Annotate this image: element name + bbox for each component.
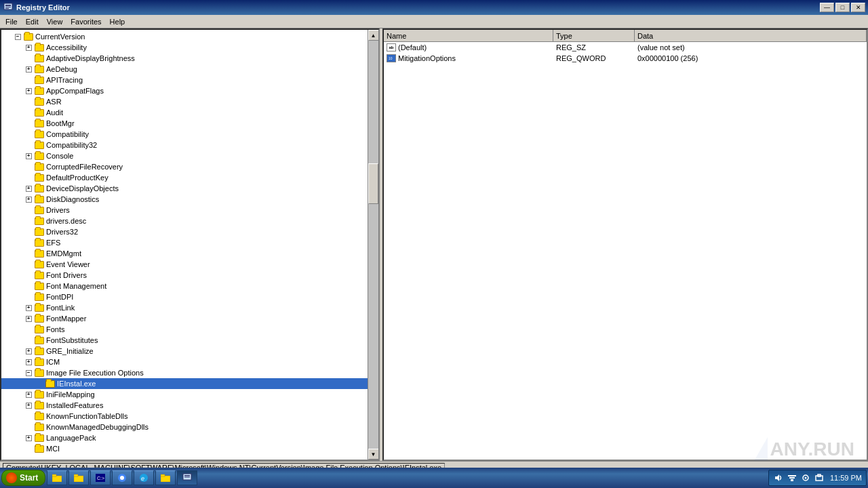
values-header: Name Type Data (384, 30, 867, 42)
menu-view[interactable]: View (43, 16, 67, 27)
tray-extra-icon[interactable] (814, 472, 825, 483)
tree-item[interactable]: KnownManagedDebuggingDlls (1, 422, 378, 432)
maximize-button[interactable]: □ (835, 3, 850, 12)
value-row[interactable]: ab(Default)REG_SZ(value not set) (384, 42, 867, 53)
scroll-thumb[interactable] (368, 163, 378, 204)
tray-network-icon[interactable] (787, 472, 797, 483)
tree-expander-icon[interactable]: + (23, 346, 34, 357)
scroll-track[interactable] (368, 41, 378, 449)
tree-expander-icon[interactable]: + (23, 183, 34, 194)
tree-item[interactable]: CorruptedFileRecovery (1, 161, 378, 172)
svg-rect-16 (161, 476, 170, 482)
tree-item[interactable]: IEInstal.exe (1, 378, 378, 389)
tray-speaker-icon[interactable] (800, 472, 811, 483)
tree-item[interactable]: −Image File Execution Options (1, 367, 378, 378)
tree-expander-icon[interactable]: + (23, 42, 34, 53)
tree-item[interactable]: drivers.desc (1, 216, 378, 226)
tree-item-currentversion[interactable]: − CurrentVersion (1, 31, 378, 42)
menu-favorites[interactable]: Favorites (66, 16, 105, 27)
close-button[interactable]: ✕ (851, 3, 865, 12)
taskbar-regedit[interactable] (177, 470, 197, 485)
folder-icon (34, 161, 45, 172)
tree-item[interactable]: +FontLink (1, 302, 378, 313)
svg-marker-21 (775, 474, 779, 481)
tree-item[interactable]: Fonts (1, 324, 378, 335)
taskbar-explorer4[interactable] (155, 470, 176, 485)
tree-item[interactable]: Drivers (1, 205, 378, 216)
tree-item[interactable]: +GRE_Initialize (1, 346, 378, 357)
tree-expander-icon[interactable]: + (23, 400, 34, 411)
tree-item[interactable]: ASR (1, 96, 378, 107)
tree-item[interactable]: +DeviceDisplayObjects (1, 183, 378, 194)
folder-icon (34, 389, 45, 400)
tree-expander-icon[interactable]: + (23, 302, 34, 313)
tree-item[interactable]: +InstalledFeatures (1, 400, 378, 411)
col-header-name[interactable]: Name (384, 30, 553, 41)
tray-volume-icon[interactable] (773, 472, 784, 483)
tree-expander-icon[interactable]: + (23, 85, 34, 96)
menu-edit[interactable]: Edit (22, 16, 43, 27)
tree-item[interactable]: Event Viewer (1, 259, 378, 270)
tree-item[interactable]: +Accessibility (1, 42, 378, 53)
tree-expander-icon[interactable]: + (23, 389, 34, 400)
folder-taskbar-icon (52, 472, 62, 483)
menu-help[interactable]: Help (106, 16, 130, 27)
folder-icon (34, 432, 45, 443)
tree-expander-icon[interactable]: − (23, 367, 34, 378)
tree-item[interactable]: Font Management (1, 281, 378, 291)
menu-file[interactable]: File (1, 16, 22, 27)
tree-item[interactable]: DefaultProductKey (1, 172, 378, 183)
tree-expander-icon[interactable]: + (23, 357, 34, 367)
tree-expander-icon[interactable]: + (23, 432, 34, 443)
taskbar-explorer2[interactable] (68, 470, 89, 485)
tree-expander-icon[interactable]: + (23, 313, 34, 324)
tree-item[interactable]: BootMgr (1, 118, 378, 129)
tree-item[interactable]: EMDMgmt (1, 248, 378, 259)
tree-item[interactable]: FontSubstitutes (1, 335, 378, 346)
tree-item[interactable]: +Console (1, 150, 378, 161)
tree-expander-icon[interactable]: + (23, 64, 34, 75)
tree-item[interactable]: MCI (1, 443, 378, 454)
col-header-type[interactable]: Type (553, 30, 635, 41)
tree-item[interactable]: +AeDebug (1, 64, 378, 75)
taskbar-chrome[interactable] (112, 470, 132, 485)
folder-icon (34, 194, 45, 205)
taskbar-explorer1[interactable] (47, 470, 67, 485)
tree-item-label: Compatibility (46, 130, 89, 138)
taskbar-ie[interactable]: e (134, 470, 154, 485)
menu-bar: File Edit View Favorites Help (0, 15, 868, 28)
tree-item-label: FontSubstitutes (46, 336, 98, 344)
tree-expander-icon[interactable]: + (23, 150, 34, 161)
scroll-down[interactable]: ▼ (368, 449, 379, 460)
value-row[interactable]: 10MitigationOptionsREG_QWORD0x00000100 (… (384, 53, 867, 64)
tree-item[interactable]: APITracing (1, 75, 378, 85)
scroll-up[interactable]: ▲ (368, 30, 379, 41)
tree-item[interactable]: +LanguagePack (1, 432, 378, 443)
tree-item-label: DiskDiagnostics (46, 195, 99, 203)
tree-item-label: ASR (46, 98, 62, 106)
tree-item[interactable]: Compatibility (1, 129, 378, 140)
tree-item[interactable]: Drivers32 (1, 226, 378, 237)
tree-item[interactable]: EFS (1, 237, 378, 248)
tree-item[interactable]: +IniFileMapping (1, 389, 378, 400)
taskbar-explorer3[interactable]: C:> (90, 470, 111, 485)
tree-item[interactable]: +DiskDiagnostics (1, 194, 378, 205)
tree-item[interactable]: Font Drivers (1, 270, 378, 281)
tree-scrollbar[interactable]: ▲ ▼ (368, 30, 378, 460)
tree-item-label: BootMgr (46, 119, 75, 127)
tree-item[interactable]: +ICM (1, 357, 378, 367)
tree-expander-icon[interactable]: + (23, 194, 34, 205)
col-header-data[interactable]: Data (635, 30, 867, 41)
tree-item[interactable]: AdaptiveDisplayBrightness (1, 53, 378, 64)
tree-item[interactable]: KnownFunctionTableDlls (1, 411, 378, 422)
tree-item[interactable]: FontDPI (1, 291, 378, 302)
tree-item[interactable]: +FontMapper (1, 313, 378, 324)
minimize-button[interactable]: — (820, 3, 834, 12)
expander-currentversion[interactable]: − (12, 31, 23, 42)
value-type-cell: REG_QWORD (553, 54, 635, 62)
tree-item[interactable]: Compatibility32 (1, 140, 378, 150)
folder-icon (34, 335, 45, 346)
tree-item[interactable]: Audit (1, 107, 378, 118)
start-button[interactable]: Start (1, 470, 45, 486)
tree-item[interactable]: +AppCompatFlags (1, 85, 378, 96)
